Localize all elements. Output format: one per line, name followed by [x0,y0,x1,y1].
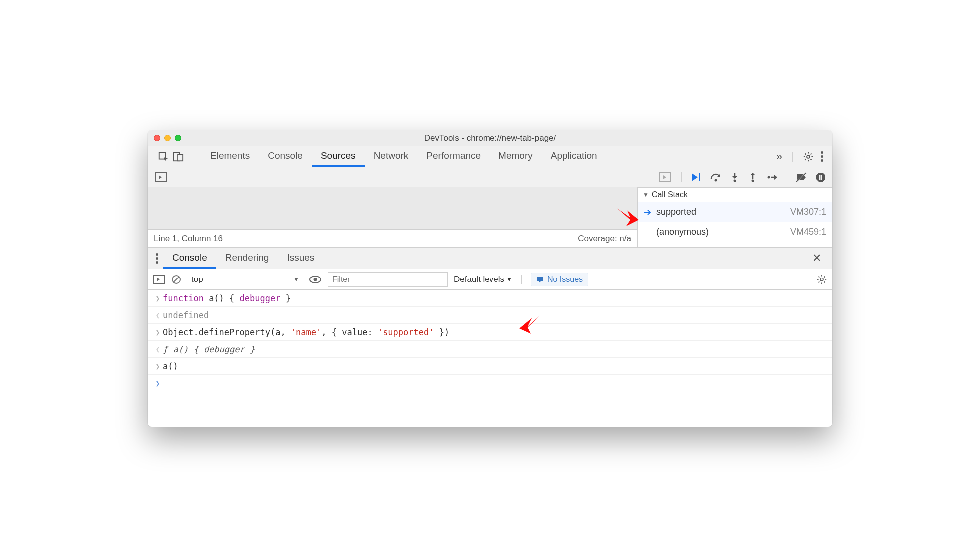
frame-location: VM459:1 [790,227,826,237]
devtools-window: DevTools - chrome://new-tab-page/ Elemen… [148,130,832,427]
console-toolbar: top ▼ Default levels ▼ No Issues [148,269,832,290]
device-toolbar-icon[interactable] [173,151,184,162]
zoom-window-button[interactable] [175,135,181,141]
titlebar: DevTools - chrome://new-tab-page/ [148,130,832,146]
console-row[interactable]: Object.defineProperty(a, 'name', { value… [148,324,832,341]
console-sidebar-toggle-icon[interactable] [153,275,165,284]
svg-point-3 [807,155,810,158]
console-row[interactable]: ƒ a() { debugger } [148,341,832,358]
more-tabs-icon[interactable]: » [776,150,782,163]
console-text: ƒ a() { debugger } [163,344,255,354]
editor-area: Line 1, Column 16 Coverage: n/a [148,187,637,247]
kebab-menu-icon[interactable] [821,151,823,162]
tab-sources[interactable]: Sources [312,146,365,167]
svg-rect-6 [699,173,700,181]
debugger-sidebar: ▼ Call Stack ➔ supported VM307:1 ➔ (anon… [637,187,832,247]
issues-button[interactable]: No Issues [531,273,588,286]
svg-rect-14 [821,175,823,180]
step-out-icon[interactable] [745,172,761,183]
console-row[interactable]: undefined [148,307,832,324]
step-over-icon[interactable] [707,172,725,183]
editor-status: Line 1, Column 16 Coverage: n/a [148,229,637,247]
console-prompt[interactable] [148,375,832,392]
sources-content: Line 1, Column 16 Coverage: n/a ▼ Call S… [148,187,832,247]
svg-point-7 [715,179,717,181]
deactivate-breakpoints-icon[interactable] [792,172,810,183]
frame-name: (anonymous) [656,227,709,237]
console-text: undefined [163,310,209,320]
call-stack-header[interactable]: ▼ Call Stack [638,187,832,202]
traffic-lights [154,135,181,141]
drawer-tab-console[interactable]: Console [163,248,216,269]
drawer-tab-rendering[interactable]: Rendering [216,248,278,269]
console-row[interactable]: function a() { debugger } [148,290,832,307]
call-stack-frame[interactable]: ➔ supported VM307:1 [638,202,832,222]
svg-point-9 [752,179,754,182]
live-expression-icon[interactable] [309,275,322,284]
frame-location: VM307:1 [790,207,826,217]
svg-rect-20 [537,277,543,281]
svg-point-10 [768,176,770,178]
step-icon[interactable] [763,172,782,183]
drawer-tabbar: Console Rendering Issues ✕ [148,247,832,269]
console-text: a() [163,361,178,371]
chevron-down-icon: ▼ [293,276,299,283]
call-stack-frame[interactable]: ➔ (anonymous) VM459:1 [638,222,832,242]
svg-point-8 [734,179,736,182]
inspect-element-icon[interactable] [158,151,169,162]
main-tabbar: Elements Console Sources Network Perform… [148,146,832,167]
console-row[interactable]: a() [148,358,832,375]
settings-gear-icon[interactable] [803,151,814,162]
svg-point-21 [820,278,823,281]
coverage-status: Coverage: n/a [578,234,631,244]
toggle-debugger-sidebar-icon[interactable] [659,172,671,182]
toggle-navigator-icon[interactable] [155,172,167,182]
step-into-icon[interactable] [727,172,743,183]
close-drawer-button[interactable]: ✕ [804,248,829,269]
tab-console[interactable]: Console [259,146,312,167]
drawer-kebab-icon[interactable] [156,253,158,264]
console-output: function a() { debugger } undefined Obje… [148,290,832,427]
svg-point-19 [314,278,317,281]
tab-memory[interactable]: Memory [490,146,542,167]
minimize-window-button[interactable] [164,135,171,141]
current-frame-arrow-icon: ➔ [644,207,651,218]
pause-on-exceptions-icon[interactable] [812,172,829,183]
console-settings-gear-icon[interactable] [816,274,827,285]
cursor-position: Line 1, Column 16 [154,234,223,244]
drawer-tab-issues[interactable]: Issues [278,248,323,269]
filter-input[interactable] [328,272,448,287]
console-text: function a() { debugger } [163,293,291,303]
window-title: DevTools - chrome://new-tab-page/ [154,133,826,143]
svg-rect-2 [178,154,183,161]
sources-toolbar [148,167,832,187]
execution-context-select[interactable]: top ▼ [188,272,303,287]
resume-script-icon[interactable] [687,172,705,183]
frame-name: supported [656,207,696,217]
tab-application[interactable]: Application [542,146,606,167]
clear-console-icon[interactable] [171,274,182,285]
tab-network[interactable]: Network [365,146,418,167]
collapse-triangle-icon: ▼ [643,191,649,198]
tab-elements[interactable]: Elements [201,146,259,167]
log-levels-select[interactable]: Default levels ▼ [454,275,512,284]
svg-line-17 [173,277,179,282]
svg-rect-13 [819,175,821,180]
chevron-down-icon: ▼ [506,276,512,283]
tab-performance[interactable]: Performance [417,146,490,167]
call-stack-label: Call Stack [652,190,688,199]
close-window-button[interactable] [154,135,160,141]
console-text: Object.defineProperty(a, 'name', { value… [163,327,449,337]
